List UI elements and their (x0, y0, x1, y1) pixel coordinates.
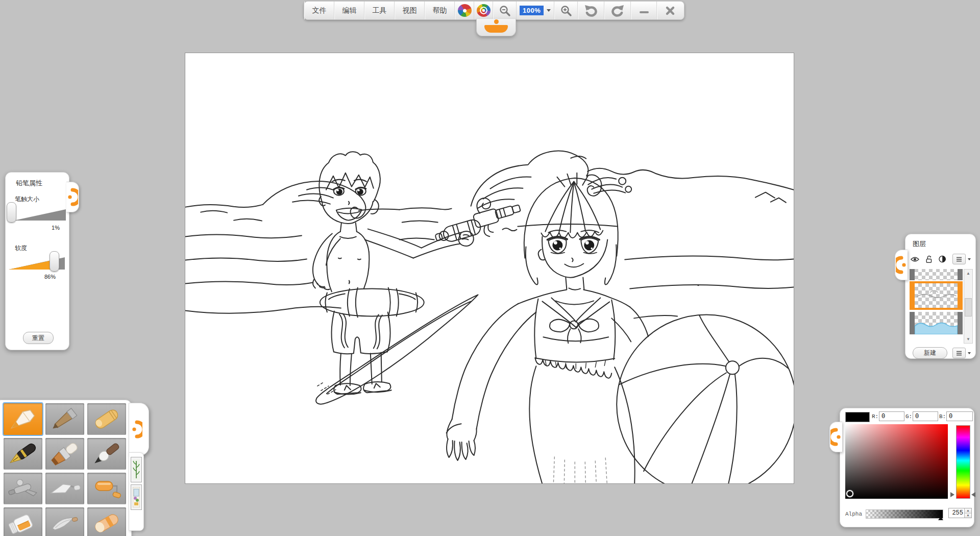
palette-knife-tool-icon (48, 475, 81, 502)
rainbow-swirl-right-icon (477, 4, 491, 17)
airbrush-tool-icon (7, 475, 39, 502)
plant-stamp-button[interactable] (131, 457, 142, 482)
minimize-button[interactable] (631, 2, 657, 19)
layer-menu-dropdown-icon[interactable] (968, 258, 971, 260)
fountain-pen-tool-button[interactable] (4, 438, 42, 470)
pencil-panel-grip[interactable] (66, 182, 79, 212)
zoom-out-button[interactable] (493, 2, 517, 19)
zoom-dropdown-arrow-icon[interactable] (547, 9, 551, 12)
ink-brush-tool-icon (90, 441, 123, 467)
alpha-label: Alpha (845, 511, 862, 517)
eraser-crayon-tool-button[interactable] (87, 507, 126, 536)
menu-item-edit-label: 编辑 (342, 6, 357, 15)
paint-roller-tool-button[interactable] (87, 473, 126, 504)
menu-item-help[interactable]: 帮助 (425, 2, 455, 19)
tool-palette-grip[interactable] (129, 403, 149, 456)
undo-icon (584, 5, 598, 17)
scrollbar-thumb[interactable] (965, 298, 972, 316)
unlock-icon[interactable] (926, 255, 932, 264)
pencil-tool-button[interactable] (4, 403, 42, 435)
layers-panel-grip[interactable] (895, 250, 908, 280)
blue-input[interactable] (946, 411, 973, 421)
tool-palette-panel (0, 400, 132, 536)
layer-item-selected[interactable] (910, 283, 963, 308)
softness-value: 86% (37, 274, 56, 280)
green-input[interactable] (913, 411, 938, 421)
layer-item-top[interactable] (910, 269, 963, 280)
visibility-eye-icon[interactable] (911, 256, 919, 263)
ink-brush-tool-button[interactable] (87, 438, 126, 470)
hue-marker-right-icon[interactable] (971, 492, 975, 497)
mascot-tab[interactable] (476, 19, 516, 36)
mascot-left-eye-button[interactable] (455, 2, 474, 19)
hue-bar[interactable] (956, 425, 970, 499)
layer-options-dropdown-icon[interactable] (968, 352, 971, 354)
alpha-value[interactable]: 255 (949, 508, 964, 518)
menu-item-file[interactable]: 文件 (304, 2, 334, 19)
quill-knife-tool-button[interactable] (45, 507, 84, 536)
menu-item-file-label: 文件 (312, 6, 327, 15)
hue-marker-left-icon[interactable] (950, 492, 954, 497)
close-icon (665, 6, 675, 16)
zoom-in-button[interactable] (554, 2, 578, 19)
tool-palette-side-strip (129, 452, 144, 531)
panel-grip-icon (830, 428, 842, 446)
picture-stamp-button[interactable] (131, 484, 142, 510)
crayon-tool-button[interactable] (87, 403, 126, 435)
scroll-up-icon[interactable]: ▲ (964, 270, 972, 277)
reset-button[interactable]: 重置 (23, 332, 54, 344)
layer-sketch-thumbnail (915, 283, 958, 308)
layer-bottom-menu (952, 348, 971, 358)
close-button[interactable] (657, 2, 682, 19)
palette-knife-tool-button[interactable] (45, 473, 84, 504)
menu-item-edit[interactable]: 编辑 (334, 2, 364, 19)
layer-scrollbar[interactable]: ▲ ▼ (964, 269, 973, 344)
quill-knife-tool-icon (48, 510, 81, 536)
blue-label: B: (939, 413, 946, 420)
alpha-slider[interactable] (866, 509, 943, 519)
mascot-right-eye-button[interactable] (474, 2, 493, 19)
charcoal-pencil-tool-icon (48, 406, 81, 432)
panel-grip-icon (131, 420, 142, 438)
alpha-marker-icon[interactable] (938, 517, 943, 520)
scroll-down-icon[interactable]: ▼ (964, 335, 972, 343)
zoom-level-combobox[interactable]: 100% (517, 2, 554, 19)
layer-menu-button[interactable] (952, 254, 966, 264)
paint-tube-tool-button[interactable] (4, 507, 42, 536)
rainbow-swirl-left-icon (458, 4, 472, 17)
red-input[interactable] (879, 411, 904, 421)
clown-nose-icon (494, 19, 499, 24)
drawing-canvas[interactable] (185, 53, 794, 484)
opacity-contrast-icon[interactable] (939, 255, 946, 263)
layer-options-button[interactable] (952, 348, 966, 358)
menu-item-tools[interactable]: 工具 (364, 2, 395, 19)
airbrush-tool-button[interactable] (4, 473, 42, 504)
zoom-in-icon (560, 5, 572, 17)
brush-size-slider[interactable] (8, 204, 67, 223)
flat-brush-tool-button[interactable] (45, 438, 84, 470)
clown-smile-icon (484, 25, 508, 33)
pencil-tool-icon (7, 406, 39, 432)
saturation-value-square[interactable] (845, 424, 948, 499)
panel-grip-icon (896, 256, 907, 274)
menu-item-view-label: 视图 (403, 6, 417, 15)
brush-size-slider-handle[interactable] (7, 202, 16, 223)
alpha-spin-down-icon[interactable]: ▼ (965, 513, 971, 518)
new-layer-button[interactable]: 新建 (913, 347, 947, 359)
new-layer-button-label: 新建 (924, 349, 936, 357)
layers-panel-title: 图层 (913, 239, 926, 249)
charcoal-pencil-tool-button[interactable] (45, 403, 84, 435)
layers-panel: 图层 (905, 234, 976, 359)
layer-item-bottom[interactable] (910, 312, 963, 334)
layer-list (910, 269, 963, 344)
pencil-properties-panel: 铅笔属性 笔触大小 1% 软度 86% 重置 (5, 172, 69, 350)
menu-item-view[interactable]: 视图 (395, 2, 425, 19)
softness-slider-handle[interactable] (50, 251, 59, 272)
color-panel-grip[interactable] (829, 422, 842, 452)
alpha-spin-up-icon[interactable]: ▲ (965, 508, 971, 513)
undo-button[interactable] (578, 2, 604, 19)
zoom-level-display[interactable]: 100% (520, 6, 544, 15)
softness-label: 软度 (15, 244, 27, 253)
sv-cursor-icon[interactable] (846, 490, 853, 497)
redo-button[interactable] (604, 2, 631, 19)
